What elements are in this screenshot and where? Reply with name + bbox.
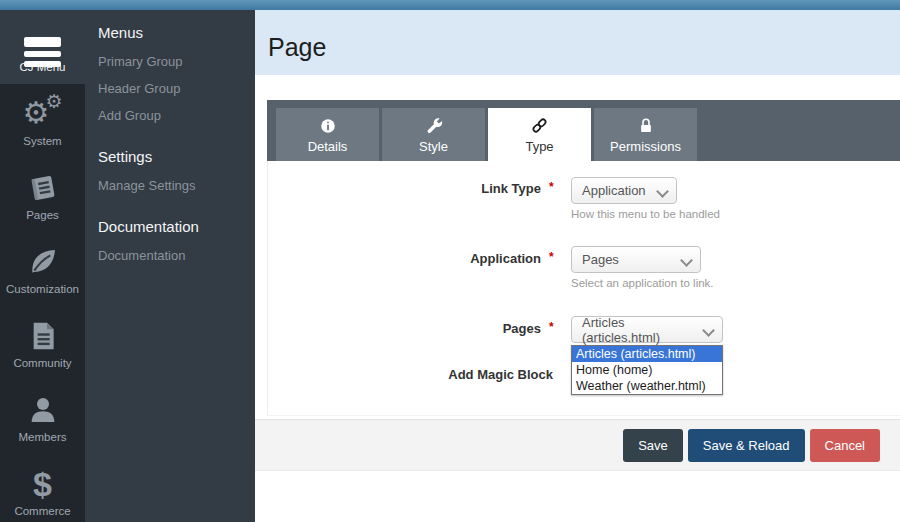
sidebar-item-label: Commerce [14, 505, 70, 517]
save-button[interactable]: Save [623, 429, 683, 462]
section-title: Settings [98, 148, 255, 165]
icon-sidebar: CJ Menu ⚙⚙ System Pages [0, 10, 85, 522]
menu-section-menus: Menus Primary Group Header Group Add Gro… [98, 24, 255, 125]
form-footer: Save Save & Reload Cancel [255, 419, 900, 471]
cancel-button[interactable]: Cancel [810, 429, 880, 462]
application-label: Application [268, 251, 541, 266]
document-icon [28, 318, 58, 354]
required-asterisk: * [549, 250, 561, 264]
sidebar-item-label: Members [19, 431, 67, 443]
lock-icon [637, 116, 655, 136]
link-icon [530, 116, 549, 136]
book-icon [27, 170, 59, 206]
tab-style[interactable]: Style [382, 108, 485, 161]
tab-label: Details [308, 139, 348, 154]
sidebar-item-label: Community [13, 357, 71, 369]
page-title: Page [268, 33, 326, 62]
required-asterisk: * [549, 180, 561, 194]
sidebar-item-label: CJ Menu [19, 61, 65, 73]
required-asterisk: * [549, 320, 561, 334]
leaf-icon [27, 244, 59, 280]
application-select[interactable]: Pages [571, 246, 701, 273]
tab-permissions[interactable]: Permissions [594, 108, 697, 161]
sidebar-item-system[interactable]: ⚙⚙ System [0, 84, 85, 158]
menu-item-header-group[interactable]: Header Group [98, 79, 255, 98]
chevron-down-icon [656, 185, 669, 198]
tab-label: Style [419, 139, 448, 154]
menu-section-settings: Settings Manage Settings [98, 148, 255, 195]
dropdown-option-home[interactable]: Home (home) [572, 362, 722, 378]
hamburger-icon [24, 22, 61, 58]
section-title: Menus [98, 24, 255, 41]
pages-label: Pages [268, 321, 541, 336]
dropdown-option-articles[interactable]: Articles (articles.html) [572, 346, 722, 362]
menu-panel: Menus Primary Group Header Group Add Gro… [85, 10, 255, 522]
link-type-label: Link Type [268, 181, 541, 196]
person-icon [27, 392, 59, 428]
dropdown-option-weather[interactable]: Weather (weather.html) [572, 378, 722, 394]
sidebar-item-customization[interactable]: Customization [0, 232, 85, 306]
sidebar-item-community[interactable]: Community [0, 306, 85, 380]
sidebar-item-cj-menu[interactable]: CJ Menu [0, 10, 85, 84]
menu-item-documentation[interactable]: Documentation [98, 246, 255, 265]
application-value: Pages [582, 252, 619, 267]
menu-section-documentation: Documentation Documentation [98, 218, 255, 265]
chevron-down-icon [680, 254, 693, 267]
sidebar-item-members[interactable]: Members [0, 380, 85, 454]
tab-label: Type [525, 139, 553, 154]
pages-dropdown-list: Articles (articles.html) Home (home) Wea… [571, 345, 723, 395]
save-reload-button[interactable]: Save & Reload [688, 429, 805, 462]
wrench-icon [425, 116, 443, 136]
pages-select[interactable]: Articles (articles.html) [571, 316, 723, 343]
sidebar-item-commerce[interactable]: $ Commerce [0, 454, 85, 522]
pages-value: Articles (articles.html) [582, 315, 696, 345]
chevron-down-icon [702, 324, 715, 337]
menu-item-primary-group[interactable]: Primary Group [98, 52, 255, 71]
tab-type[interactable]: Type [488, 108, 591, 161]
sidebar-item-label: Pages [26, 209, 59, 221]
tab-strip: Details Style Type [267, 100, 900, 161]
section-title: Documentation [98, 218, 255, 235]
tab-details[interactable]: Details [276, 108, 379, 161]
link-type-select[interactable]: Application [571, 177, 677, 204]
dollar-icon: $ [33, 466, 52, 502]
sidebar-item-label: Customization [6, 283, 79, 295]
sidebar-item-label: System [23, 135, 61, 147]
add-magic-block-label: Add Magic Block [268, 367, 553, 382]
menu-item-add-group[interactable]: Add Group [98, 106, 255, 125]
sidebar-item-pages[interactable]: Pages [0, 158, 85, 232]
main-content: Page Details Style [255, 10, 900, 522]
gears-icon: ⚙⚙ [23, 96, 63, 132]
link-type-value: Application [582, 183, 646, 198]
top-accent-bar [0, 0, 900, 10]
info-icon [319, 116, 337, 136]
tab-label: Permissions [610, 139, 681, 154]
menu-item-manage-settings[interactable]: Manage Settings [98, 176, 255, 195]
page-header: Page [255, 10, 900, 75]
application-help: Select an application to link. [571, 277, 714, 289]
form-area: Link Type * Application How this menu to… [267, 161, 900, 416]
link-type-help: How this menu to be handled [571, 208, 720, 220]
